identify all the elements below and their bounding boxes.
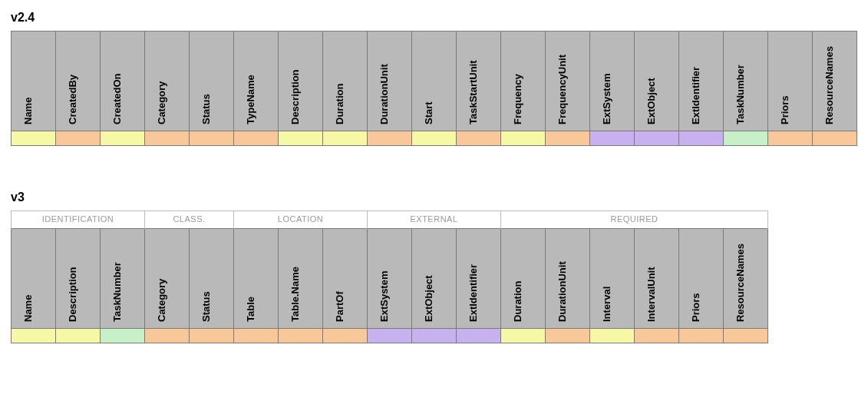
column-header: Category — [145, 31, 190, 131]
column-header: CreatedBy — [56, 31, 101, 131]
column-header: Description — [56, 229, 101, 329]
column-header: ResourceNames — [724, 229, 768, 329]
v24-table: Name CreatedBy CreatedOn Category Status… — [11, 31, 857, 146]
color-swatch — [323, 329, 368, 343]
column-header: Duration — [501, 229, 546, 329]
v3-title: v3 — [11, 191, 860, 204]
color-swatch — [679, 131, 724, 146]
v24-block: v2.4 Name CreatedBy CreatedOn Category S… — [8, 11, 860, 146]
column-header: Frequency — [501, 31, 546, 131]
v24-header-row: Name CreatedBy CreatedOn Category Status… — [12, 31, 857, 131]
color-swatch — [412, 329, 457, 343]
color-swatch — [501, 329, 546, 343]
color-swatch — [368, 131, 412, 146]
column-header: Status — [190, 229, 234, 329]
column-header: ExtSystem — [590, 31, 635, 131]
column-header: FrequencyUnit — [546, 31, 590, 131]
column-header: Status — [190, 31, 234, 131]
column-header: Start — [412, 31, 457, 131]
color-swatch — [724, 329, 768, 343]
color-swatch — [279, 131, 323, 146]
v3-table: IDENTIFICATION CLASS. LOCATION EXTERNAL … — [11, 210, 768, 343]
column-header: CreatedOn — [101, 31, 145, 131]
v24-title: v2.4 — [11, 11, 860, 25]
column-header: Name — [12, 31, 56, 131]
color-swatch — [724, 131, 768, 146]
column-header: DurationUnit — [368, 31, 412, 131]
group-label: EXTERNAL — [368, 211, 501, 229]
column-header: TypeName — [234, 31, 279, 131]
color-swatch — [768, 131, 813, 146]
color-swatch — [457, 131, 501, 146]
color-swatch — [145, 329, 190, 343]
color-swatch — [190, 329, 234, 343]
color-swatch — [368, 329, 412, 343]
color-swatch — [145, 131, 190, 146]
color-swatch — [56, 329, 101, 343]
color-swatch — [190, 131, 234, 146]
color-swatch — [101, 329, 145, 343]
v3-block: v3 IDENTIFICATION CLASS. LOCATION EXTERN… — [8, 191, 860, 343]
column-header: Priors — [679, 229, 724, 329]
column-header: IntervalUnit — [635, 229, 679, 329]
column-header: ExtObject — [635, 31, 679, 131]
column-header: TaskNumber — [724, 31, 768, 131]
column-header: ResourceNames — [813, 31, 857, 131]
column-header: Description — [279, 31, 323, 131]
color-swatch — [323, 131, 368, 146]
column-header: ExtIdentifier — [457, 229, 501, 329]
color-swatch — [635, 131, 679, 146]
v3-header-row: Name Description TaskNumber Category Sta… — [12, 229, 768, 329]
column-header: PartOf — [323, 229, 368, 329]
color-swatch — [590, 131, 635, 146]
v3-color-row — [12, 329, 768, 343]
color-swatch — [412, 131, 457, 146]
v24-color-row — [12, 131, 857, 146]
color-swatch — [457, 329, 501, 343]
color-swatch — [501, 131, 546, 146]
color-swatch — [101, 131, 145, 146]
group-label: LOCATION — [234, 211, 368, 229]
column-header: Category — [145, 229, 190, 329]
color-swatch — [56, 131, 101, 146]
column-header: Table — [234, 229, 279, 329]
column-header: TaskStartUnit — [457, 31, 501, 131]
column-header: ExtObject — [412, 229, 457, 329]
color-swatch — [546, 131, 590, 146]
group-label: CLASS. — [145, 211, 234, 229]
color-swatch — [279, 329, 323, 343]
color-swatch — [12, 131, 56, 146]
color-swatch — [546, 329, 590, 343]
column-header: Priors — [768, 31, 813, 131]
group-label: IDENTIFICATION — [12, 211, 145, 229]
column-header: TaskNumber — [101, 229, 145, 329]
column-header: ExtIdentifier — [679, 31, 724, 131]
group-label: REQUIRED — [501, 211, 768, 229]
color-swatch — [813, 131, 857, 146]
color-swatch — [679, 329, 724, 343]
column-header: Interval — [590, 229, 635, 329]
column-header: Table.Name — [279, 229, 323, 329]
v3-group-row: IDENTIFICATION CLASS. LOCATION EXTERNAL … — [12, 211, 768, 229]
column-header: Duration — [323, 31, 368, 131]
color-swatch — [12, 329, 56, 343]
color-swatch — [590, 329, 635, 343]
column-header: Name — [12, 229, 56, 329]
column-header: ExtSystem — [368, 229, 412, 329]
color-swatch — [234, 329, 279, 343]
color-swatch — [234, 131, 279, 146]
color-swatch — [635, 329, 679, 343]
column-header: DurationUnit — [546, 229, 590, 329]
